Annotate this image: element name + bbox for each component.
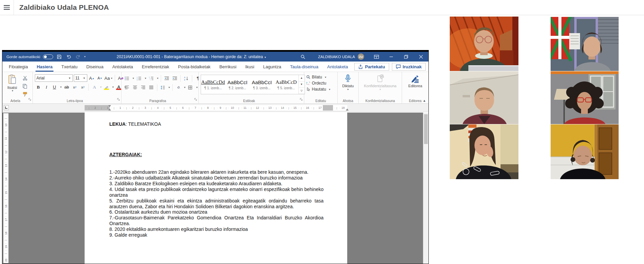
comments-button[interactable]: Iruzkinak [392, 63, 426, 71]
vertical-ruler[interactable]: ·—·10·—·11·—·12·—·13·—·14·—·15·—·16·—·17… [3, 113, 8, 263]
cut-button[interactable] [21, 75, 29, 81]
hamburger-menu-button[interactable] [0, 0, 14, 15]
style-card-1[interactable]: AaBbCcDd ¶ 1. izenb... [201, 75, 225, 94]
document-title: 2021IAKU0001-001-001 - Bateragarritasun … [86, 54, 297, 59]
tab-antolaketa-taula[interactable]: Antolaketa [323, 62, 352, 72]
clipboard-dialog-launcher-icon[interactable] [28, 96, 31, 102]
right-indent-marker[interactable] [346, 109, 349, 111]
paragraph-dialog-launcher-icon[interactable] [194, 96, 197, 102]
close-button[interactable] [414, 52, 428, 62]
tab-taula-diseinua[interactable]: Taula-diseinua [286, 62, 323, 72]
numbering-button[interactable]: 123 [135, 75, 142, 82]
tab-erreferentziak[interactable]: Erreferentziak [137, 62, 174, 72]
tab-ikusi[interactable]: Ikusi [241, 62, 259, 72]
styles-scroll-up-icon[interactable]: ▲ [299, 75, 305, 81]
bullets-button[interactable] [124, 75, 131, 82]
style-card-3[interactable]: AaBbCcI ¶ 3. izenb... [250, 75, 274, 94]
first-line-indent-marker[interactable] [108, 105, 111, 107]
justify-button[interactable] [148, 84, 155, 91]
align-right-button[interactable] [140, 84, 147, 91]
format-painter-button[interactable] [21, 91, 29, 98]
video-tile-participant-5[interactable] [450, 124, 518, 179]
titlebar-right: ZALDIBIAKO UDALA ZU [297, 52, 428, 62]
title-dropdown-icon[interactable]: ▾ [265, 56, 266, 59]
account-name[interactable]: ZALDIBIAKO UDALA [318, 55, 355, 59]
search-icon[interactable] [297, 52, 309, 62]
text-effects-button[interactable]: A [91, 83, 98, 91]
highlight-button[interactable] [103, 83, 110, 91]
sensitivity-caret-icon: ▼ [379, 88, 381, 91]
scrollbar-thumb[interactable] [424, 114, 428, 144]
line-spacing-button[interactable] [159, 84, 166, 91]
tab-hasiera[interactable]: Hasiera [32, 62, 57, 72]
restore-button[interactable] [399, 52, 414, 62]
dictate-button[interactable]: Diktatu ▼ [340, 74, 356, 98]
video-tile-participant-6[interactable] [551, 124, 619, 179]
app-bar: Zaldibiako Udala PLENOA [0, 0, 644, 15]
superscript-button[interactable]: x2 [79, 83, 86, 91]
align-left-button[interactable] [124, 84, 131, 91]
save-icon[interactable] [56, 54, 63, 60]
font-name-select[interactable]: Arial▼ [35, 74, 73, 82]
styles-dialog-launcher-icon[interactable] [300, 96, 303, 102]
font-size-select[interactable]: 11▼ [74, 74, 87, 82]
tab-laguntza[interactable]: Laguntza [259, 62, 286, 72]
select-cursor-icon [306, 87, 310, 91]
account-avatar[interactable]: ZU [358, 53, 364, 60]
agenda-item-9: 9. Galde erreguak [109, 232, 324, 238]
collapse-ribbon-icon[interactable]: ▲ [423, 99, 426, 102]
participant-2-video [551, 17, 619, 71]
video-tile-participant-3[interactable] [450, 71, 518, 124]
change-case-button[interactable]: Aa▼ [105, 75, 113, 82]
redo-icon[interactable] [75, 54, 82, 60]
align-center-button[interactable] [132, 84, 139, 91]
decrease-indent-button[interactable] [163, 75, 170, 82]
minimize-button[interactable] [384, 52, 399, 62]
sort-button[interactable]: AZ [183, 75, 190, 82]
share-button[interactable]: Partekatu [354, 63, 389, 71]
tab-diseinua[interactable]: Diseinua [82, 62, 108, 72]
styles-scroll-down-icon[interactable]: ▼ [299, 81, 305, 88]
bold-button[interactable]: B [35, 83, 42, 91]
tab-stop-selector[interactable] [4, 105, 9, 110]
group-label-voice: Ahotsa [338, 99, 358, 103]
horizontal-ruler[interactable]: ·|·2·|·1 ·|·1·|·2·|·3·|·4·|·5·|·6·|·7·|·… [85, 105, 347, 111]
undo-icon[interactable] [65, 54, 72, 60]
grow-font-button[interactable]: A▲ [88, 75, 95, 82]
editor-button[interactable]: Editorea [404, 74, 426, 98]
paste-button[interactable]: Itsatsi ▼ [4, 74, 20, 98]
tab-berrikusi[interactable]: Berrikusi [215, 62, 241, 72]
find-button[interactable]: Bilatu▼ [306, 75, 331, 79]
select-button[interactable]: Hautatu▼ [306, 87, 331, 92]
borders-button[interactable] [187, 84, 194, 91]
ribbon-display-options-icon[interactable] [369, 52, 384, 62]
subscript-button[interactable]: x2 [71, 83, 78, 91]
strikethrough-button[interactable]: ab [63, 83, 70, 91]
hruler-left-margin: ·|·2·|·1 [85, 105, 110, 111]
video-tile-participant-4[interactable] [551, 71, 619, 124]
document-page[interactable]: LEKUA: TELEMATIKOA AZTERGAIAK: 1.-2020ko… [85, 113, 347, 264]
replace-button[interactable]: bc Ordeztu [306, 81, 331, 86]
tab-fitxategia[interactable]: Fitxategia [4, 62, 32, 72]
video-tile-participant-1[interactable] [450, 17, 518, 71]
group-font: Arial▼ 11▼ A▲ A▼ Aa▼ A B I U▼ ab x2 [33, 72, 121, 103]
style-card-2[interactable]: AaBbCcI ¶ 2. izenb... [225, 75, 250, 94]
shading-button[interactable] [175, 84, 182, 91]
vertical-scrollbar[interactable] [423, 113, 428, 264]
style-card-4[interactable]: AaBbCcD ¶ 5. izenb... [274, 75, 298, 94]
copy-button[interactable] [21, 83, 29, 90]
tab-posta-bidalketak[interactable]: Posta-bidalketak [174, 62, 215, 72]
autosave-toggle[interactable] [43, 54, 53, 59]
sensitivity-button[interactable]: Konfidentzialtasuna ▼ [361, 74, 400, 98]
increase-indent-button[interactable] [171, 75, 178, 82]
underline-button[interactable]: U [51, 83, 58, 91]
italic-button[interactable]: I [43, 83, 50, 91]
video-tile-participant-2[interactable] [551, 17, 619, 71]
hanging-indent-marker[interactable] [108, 109, 111, 111]
styles-more-icon[interactable]: ▽ [299, 88, 305, 94]
shrink-font-button[interactable]: A▼ [96, 75, 104, 82]
tab-antolaketa[interactable]: Antolaketa [108, 62, 137, 72]
multilevel-list-button[interactable]: 1ai [148, 75, 155, 82]
tab-txertatu[interactable]: Txertatu [57, 62, 82, 72]
font-dialog-launcher-icon[interactable] [117, 96, 120, 102]
